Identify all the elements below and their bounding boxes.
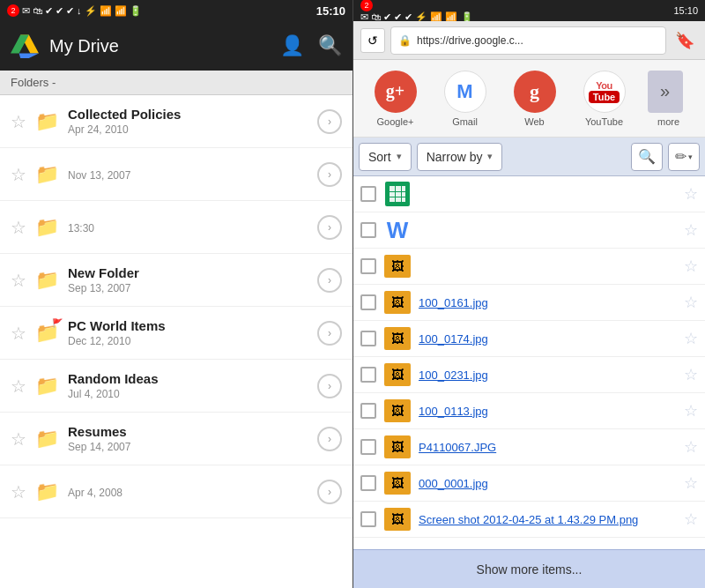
star-icon[interactable]: ☆ — [11, 111, 26, 132]
table-row[interactable]: 🖼 100_0161.jpg ☆ — [353, 285, 705, 321]
list-item[interactable]: ☆ 📁 Nov 13, 2007 › — [0, 148, 352, 201]
star-icon[interactable]: ☆ — [684, 329, 698, 348]
file-checkbox[interactable] — [360, 294, 376, 310]
star-icon[interactable]: ☆ — [684, 220, 698, 240]
sort-button[interactable]: Sort ▾ — [359, 143, 412, 171]
file-checkbox[interactable] — [360, 403, 376, 419]
show-more-button[interactable]: Show more items... — [353, 549, 705, 588]
chevron-icon[interactable]: › — [317, 162, 342, 187]
chevron-icon[interactable]: › — [317, 480, 342, 504]
file-name[interactable]: 100_0113.jpg — [419, 405, 679, 418]
star-icon[interactable]: ☆ — [684, 257, 698, 276]
star-icon[interactable]: ☆ — [11, 481, 26, 502]
file-name[interactable]: 100_0174.jpg — [419, 332, 679, 346]
folders-label: Folders - — [11, 76, 56, 89]
file-name[interactable]: Screen shot 2012-04-25 at 1.43.29 PM.png — [419, 513, 679, 526]
list-item[interactable]: ☆ 📁 Random Ideas Jul 4, 2010 › — [0, 360, 352, 413]
nav-icon-googleplus[interactable]: g+ Google+ — [369, 71, 422, 127]
star-icon[interactable]: ☆ — [11, 428, 26, 450]
browser-refresh-icon[interactable]: ↺ — [360, 28, 385, 53]
chevron-icon[interactable]: › — [317, 427, 342, 451]
folder-icon: 📁 — [35, 110, 59, 133]
table-row[interactable]: ☆ — [353, 176, 705, 212]
more-icon: » — [648, 71, 683, 113]
star-icon[interactable]: ☆ — [11, 217, 26, 238]
table-row[interactable]: 🖼 ☆ — [353, 249, 705, 285]
star-icon[interactable]: ☆ — [684, 437, 698, 457]
star-icon[interactable]: ☆ — [11, 376, 26, 397]
docs-icon: W — [387, 217, 409, 244]
table-row[interactable]: 🖼 Screen shot 2012-04-25 at 1.43.29 PM.p… — [353, 502, 705, 538]
star-icon[interactable]: ☆ — [684, 401, 698, 421]
lock-icon: 🔒 — [398, 34, 412, 47]
star-icon[interactable]: ☆ — [11, 323, 26, 344]
status-icon-envelope: ✉ — [22, 5, 30, 17]
edit-button[interactable]: ✏ ▾ — [668, 143, 700, 171]
list-item[interactable]: ☆ 📁 Apr 4, 2008 › — [0, 465, 352, 518]
nav-icon-more[interactable]: » more — [648, 71, 690, 127]
nav-icon-youtube[interactable]: You Tube YouTube — [578, 71, 631, 127]
svg-marker-2 — [19, 53, 39, 58]
folder-icon: 📁 — [35, 269, 59, 292]
list-item[interactable]: ☆ 📁 13:30 › — [0, 201, 352, 254]
status-icon-signal: 📶 — [115, 5, 127, 17]
file-info: Apr 4, 2008 — [68, 485, 317, 499]
table-row[interactable]: 🖼 P4110067.JPG ☆ — [353, 429, 705, 465]
status-icon-bluetooth-r: ⚡ — [415, 11, 427, 22]
search-icon[interactable]: 🔍 — [318, 34, 342, 57]
svg-rect-10 — [390, 197, 395, 202]
file-name[interactable]: 100_0161.jpg — [419, 296, 679, 309]
file-checkbox[interactable] — [360, 186, 376, 202]
file-thumbnail: 🖼 — [383, 290, 412, 315]
file-name[interactable]: 000_0001.jpg — [419, 477, 679, 490]
search-button[interactable]: 🔍 — [631, 143, 663, 171]
left-panel: 2 ✉ 🛍 ✔ ✔ ✔ ↓ ⚡ 📶 📶 🔋 15:10 My Drive 👤 🔍 — [0, 0, 352, 588]
status-icon-check2: ✔ — [56, 5, 63, 17]
star-icon[interactable]: ☆ — [684, 510, 698, 529]
nav-icon-web[interactable]: g Web — [508, 71, 561, 127]
file-name[interactable]: 100_0231.jpg — [419, 368, 679, 382]
table-row[interactable]: 🖼 000_0001.jpg ☆ — [353, 465, 705, 502]
narrow-by-button[interactable]: Narrow by ▾ — [417, 143, 503, 171]
file-checkbox[interactable] — [360, 367, 376, 383]
file-date: Sep 14, 2007 — [68, 441, 317, 453]
bookmark-icon[interactable]: 🔖 — [672, 27, 698, 54]
file-checkbox[interactable] — [360, 439, 376, 455]
file-date: Jul 4, 2010 — [68, 388, 317, 400]
file-name: New Folder — [68, 265, 317, 280]
status-icon-battery: 🔋 — [130, 5, 142, 17]
star-icon[interactable]: ☆ — [684, 184, 698, 204]
table-row[interactable]: 🖼 100_0174.jpg ☆ — [353, 321, 705, 357]
star-icon[interactable]: ☆ — [11, 164, 26, 185]
star-icon[interactable]: ☆ — [684, 293, 698, 312]
star-icon[interactable]: ☆ — [11, 270, 26, 291]
list-item[interactable]: ☆ 📁🚩 PC World Items Dec 12, 2010 › — [0, 307, 352, 360]
file-checkbox[interactable] — [360, 511, 376, 527]
chevron-icon[interactable]: › — [317, 268, 342, 293]
file-checkbox[interactable] — [360, 331, 376, 346]
nav-icon-gmail[interactable]: M Gmail — [439, 71, 492, 127]
file-checkbox[interactable] — [360, 222, 376, 238]
file-name[interactable]: P4110067.JPG — [419, 441, 679, 454]
table-row[interactable]: 🖼 100_0113.jpg ☆ — [353, 393, 705, 429]
list-item[interactable]: ☆ 📁 Resumes Sep 14, 2007 › — [0, 413, 352, 465]
add-account-icon[interactable]: 👤 — [280, 34, 304, 57]
chevron-icon[interactable]: › — [317, 374, 342, 398]
file-checkbox[interactable] — [360, 475, 376, 491]
image-icon: 🖼 — [384, 399, 411, 422]
star-icon[interactable]: ☆ — [684, 365, 698, 384]
list-item[interactable]: ☆ 📁 New Folder Sep 13, 2007 › — [0, 254, 352, 307]
chevron-icon[interactable]: › — [317, 321, 342, 346]
svg-rect-9 — [402, 192, 405, 197]
star-icon[interactable]: ☆ — [684, 473, 698, 493]
nav-label-youtube: YouTube — [585, 116, 623, 127]
url-input-field[interactable]: 🔒 https://drive.google.c... — [390, 26, 666, 55]
chevron-icon[interactable]: › — [317, 215, 342, 240]
file-checkbox[interactable] — [360, 258, 376, 274]
chevron-icon[interactable]: › — [317, 109, 342, 134]
table-row[interactable]: 🖼 100_0231.jpg ☆ — [353, 357, 705, 393]
image-icon: 🖼 — [384, 291, 411, 314]
table-row[interactable]: W ☆ — [353, 212, 705, 249]
list-item[interactable]: ☆ 📁 Collected Policies Apr 24, 2010 › — [0, 95, 352, 148]
file-thumbnail: 🖼 — [383, 507, 412, 532]
